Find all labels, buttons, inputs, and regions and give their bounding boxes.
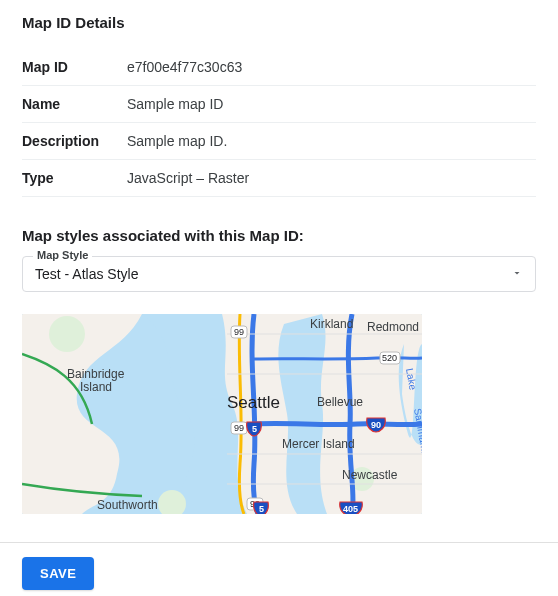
map-preview[interactable]: Seattle Bellevue Kirkland Redmond Mercer… [22,314,422,514]
table-row: Type JavaScript – Raster [22,160,536,197]
svg-text:5: 5 [252,424,257,434]
associated-styles-title: Map styles associated with this Map ID: [22,227,536,244]
interstate-shield-405: 405 [340,502,363,514]
map-style-select-value: Test - Atlas Style [35,266,511,282]
svg-text:99: 99 [234,423,244,433]
details-value-description: Sample map ID. [127,123,536,160]
map-label-mercer: Mercer Island [282,437,355,451]
map-label-bainbridge1: Bainbridge [67,367,125,381]
map-style-select[interactable]: Map Style Test - Atlas Style [22,256,536,292]
svg-text:5: 5 [259,504,264,514]
svg-text:99: 99 [234,327,244,337]
svg-text:405: 405 [343,504,358,514]
interstate-shield-5b: 5 [254,502,269,514]
details-label-mapid: Map ID [22,49,127,86]
map-label-newcastle: Newcastle [342,468,398,482]
details-label-name: Name [22,86,127,123]
details-value-type: JavaScript – Raster [127,160,536,197]
map-style-select-label: Map Style [33,249,92,261]
details-table: Map ID e7f00e4f77c30c63 Name Sample map … [22,49,536,197]
save-button[interactable]: SAVE [22,557,94,590]
svg-text:90: 90 [371,420,381,430]
route-shield-99b: 99 [231,422,247,434]
route-shield-520: 520 [380,352,400,364]
table-row: Name Sample map ID [22,86,536,123]
table-row: Map ID e7f00e4f77c30c63 [22,49,536,86]
map-label-redmond: Redmond [367,320,419,334]
map-label-kirkland: Kirkland [310,317,353,331]
details-label-description: Description [22,123,127,160]
details-value-mapid: e7f00e4f77c30c63 [127,49,536,86]
page-title: Map ID Details [22,14,536,31]
details-value-name: Sample map ID [127,86,536,123]
route-shield-99a: 99 [231,326,247,338]
map-label-southworth: Southworth [97,498,158,512]
chevron-down-icon [511,266,523,282]
details-label-type: Type [22,160,127,197]
table-row: Description Sample map ID. [22,123,536,160]
svg-point-2 [49,316,85,352]
map-label-bellevue: Bellevue [317,395,363,409]
map-label-seattle: Seattle [227,393,280,412]
map-label-bainbridge2: Island [80,380,112,394]
svg-text:520: 520 [382,353,397,363]
